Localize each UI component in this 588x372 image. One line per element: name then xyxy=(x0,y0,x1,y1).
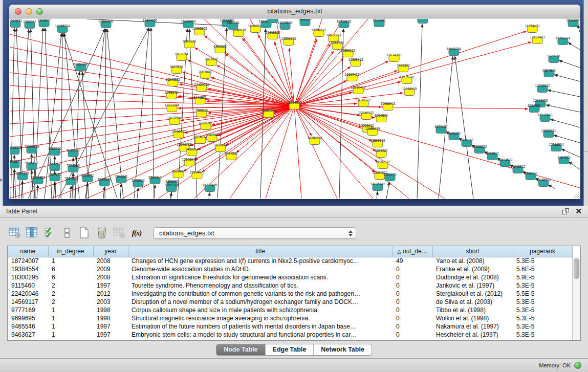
table-row[interactable]: 1938455462009Genome-wide association stu… xyxy=(8,265,572,273)
close-panel-icon[interactable]: ✕ xyxy=(575,207,582,216)
select-columns-icon[interactable] xyxy=(42,226,57,240)
new-document-icon[interactable] xyxy=(77,226,92,240)
table-cell[interactable]: 19384554 xyxy=(8,265,48,273)
column-header-year[interactable]: year xyxy=(93,246,128,257)
graph-node[interactable] xyxy=(418,19,428,24)
window-titlebar[interactable]: citations_edges.txt xyxy=(9,5,580,18)
table-cell[interactable]: 1 xyxy=(48,314,93,322)
table-cell[interactable]: 5.9E-5 xyxy=(513,273,572,281)
table-cell[interactable]: Dudbridge et al. (2008) xyxy=(432,273,513,281)
table-cell[interactable]: 9699695 xyxy=(8,314,48,322)
table-cell[interactable]: 1 xyxy=(48,306,93,314)
table-cell[interactable]: 9465546 xyxy=(8,322,48,331)
table-cell[interactable]: 9777169 xyxy=(8,306,48,314)
column-header-title[interactable]: title xyxy=(128,246,393,257)
window-resize-grip[interactable] xyxy=(573,192,579,198)
graph-node[interactable] xyxy=(268,19,278,23)
table-cell[interactable]: 18724007 xyxy=(8,257,48,265)
table-cell[interactable]: Genome-wide association studies in ADHD. xyxy=(128,265,393,273)
table-cell[interactable]: Estimation of significance thresholds fo… xyxy=(128,273,393,281)
table-cell[interactable]: Disruption of a novel member of a sodium… xyxy=(128,298,393,306)
table-cell[interactable]: Jankovic et al. (1997) xyxy=(432,281,513,290)
add-column-icon[interactable] xyxy=(25,226,40,240)
table-cell[interactable]: 0 xyxy=(393,314,432,322)
table-cell[interactable]: 49 xyxy=(393,257,432,265)
table-cell[interactable]: 22420046 xyxy=(8,290,48,298)
tab-edge-table[interactable]: Edge Table xyxy=(266,344,314,355)
table-cell[interactable]: Investigating the contribution of common… xyxy=(128,290,393,298)
table-cell[interactable]: 2012 xyxy=(93,290,128,298)
table-cell[interactable]: 0 xyxy=(393,298,432,306)
column-header-in_degree[interactable]: in_degree xyxy=(48,246,93,257)
table-cell[interactable]: 5.3E-5 xyxy=(513,314,572,322)
table-cell[interactable]: 2009 xyxy=(93,265,128,273)
delete-trash-icon[interactable] xyxy=(94,226,110,240)
table-row[interactable]: 911546021997Tourette syndrome. Phenomeno… xyxy=(8,281,572,290)
table-cell[interactable]: Tibbo et al. (1998) xyxy=(432,306,513,314)
column-header-pagerank[interactable]: pagerank xyxy=(513,246,572,257)
table-settings-icon[interactable] xyxy=(7,226,23,240)
table-cell[interactable]: 5.3E-5 xyxy=(513,281,572,290)
column-header-out_de[interactable]: △out_de… xyxy=(393,246,432,257)
table-cell[interactable]: 1 xyxy=(48,331,93,339)
table-cell[interactable]: 5.3E-5 xyxy=(513,322,572,331)
table-cell[interactable]: Wolkin et al. (1998) xyxy=(432,314,513,322)
table-cell[interactable]: de Silva et al. (2003) xyxy=(432,298,513,306)
table-cell[interactable]: 1998 xyxy=(93,314,128,322)
function-builder-icon[interactable]: f(x) xyxy=(129,226,144,240)
table-cell[interactable]: Hescheler et al. (1997) xyxy=(432,331,513,339)
table-row[interactable]: 946362711997Embryonic stem cells: a mode… xyxy=(8,331,572,339)
table-cell[interactable]: 9115460 xyxy=(8,281,48,290)
table-cell[interactable]: 2 xyxy=(48,281,93,290)
column-header-name[interactable]: name xyxy=(8,246,48,257)
table-cell[interactable]: 5.3E-5 xyxy=(513,298,572,306)
table-cell[interactable]: 1 xyxy=(48,257,93,265)
table-cell[interactable]: 5.5E-5 xyxy=(513,290,572,298)
table-cell[interactable]: 2008 xyxy=(93,273,128,281)
table-cell[interactable]: 2003 xyxy=(93,298,128,306)
table-cell[interactable]: 18300295 xyxy=(8,273,48,281)
table-row[interactable]: 2242004622012Investigating the contribut… xyxy=(8,290,572,298)
table-cell[interactable]: 1998 xyxy=(93,306,128,314)
tab-network-table[interactable]: Network Table xyxy=(314,344,372,355)
table-cell[interactable]: 6 xyxy=(48,273,93,281)
table-cell[interactable]: Stergiakouli et al. (2012) xyxy=(432,290,513,298)
column-header-short[interactable]: short xyxy=(432,246,513,257)
table-row[interactable]: 946554611997Estimation of the future num… xyxy=(8,322,572,331)
table-cell[interactable]: 5.6E-5 xyxy=(513,265,572,273)
table-scrollbar[interactable] xyxy=(572,257,580,340)
table-cell[interactable]: Structural magnetic resonance image aver… xyxy=(128,314,393,322)
table-cell[interactable]: 2 xyxy=(48,290,93,298)
table-row[interactable]: 1872400712008Changes of HCN gene express… xyxy=(8,257,572,265)
table-row[interactable]: 1830029562008Estimation of significance … xyxy=(8,273,572,281)
table-cell[interactable]: Corpus callosum shape and size in male p… xyxy=(128,306,393,314)
table-cell[interactable]: Estimation of the future numbers of pati… xyxy=(128,322,393,331)
table-cell[interactable]: 5.3E-5 xyxy=(513,331,572,339)
table-cell[interactable]: Tourette syndrome. Phenomenology and cla… xyxy=(128,281,393,290)
table-cell[interactable]: Nakamura et al. (1997) xyxy=(432,322,513,331)
table-cell[interactable]: 1997 xyxy=(93,281,128,290)
table-cell[interactable]: Changes of HCN gene expression and I(f) … xyxy=(128,257,393,265)
table-cell[interactable]: 6 xyxy=(48,265,93,273)
table-cell[interactable]: 5.3E-5 xyxy=(513,306,572,314)
table-cell[interactable]: 0 xyxy=(393,290,432,298)
table-cell[interactable]: Franke et al. (2009) xyxy=(432,265,513,273)
float-panel-icon[interactable] xyxy=(562,208,570,215)
scrollbar-thumb[interactable] xyxy=(574,258,579,279)
table-cell[interactable]: 0 xyxy=(393,306,432,314)
table-cell[interactable]: 5.3E-5 xyxy=(513,257,572,265)
table-cell[interactable]: 1 xyxy=(48,322,93,331)
table-cell[interactable]: 14569117 xyxy=(8,298,48,306)
table-cell[interactable]: 2008 xyxy=(93,257,128,265)
table-cell[interactable]: 9463627 xyxy=(8,331,48,339)
table-row[interactable]: 1456911722003Disruption of a novel membe… xyxy=(8,298,572,306)
tab-node-table[interactable]: Node Table xyxy=(216,344,265,355)
network-canvas[interactable]: 1872400718300295160538039860128891295496… xyxy=(10,19,580,199)
table-row[interactable]: 969969511998Structural magnetic resonanc… xyxy=(8,314,572,322)
table-cell[interactable]: Embryonic stem cells: a model to study s… xyxy=(128,331,393,339)
table-cell[interactable]: 0 xyxy=(393,281,432,290)
table-cell[interactable]: 0 xyxy=(393,273,432,281)
table-row[interactable]: 977716911998Corpus callosum shape and si… xyxy=(8,306,572,314)
panel-collapse-arrow-icon[interactable] xyxy=(0,178,3,182)
table-cell[interactable]: Yano et al. (2008) xyxy=(432,257,513,265)
